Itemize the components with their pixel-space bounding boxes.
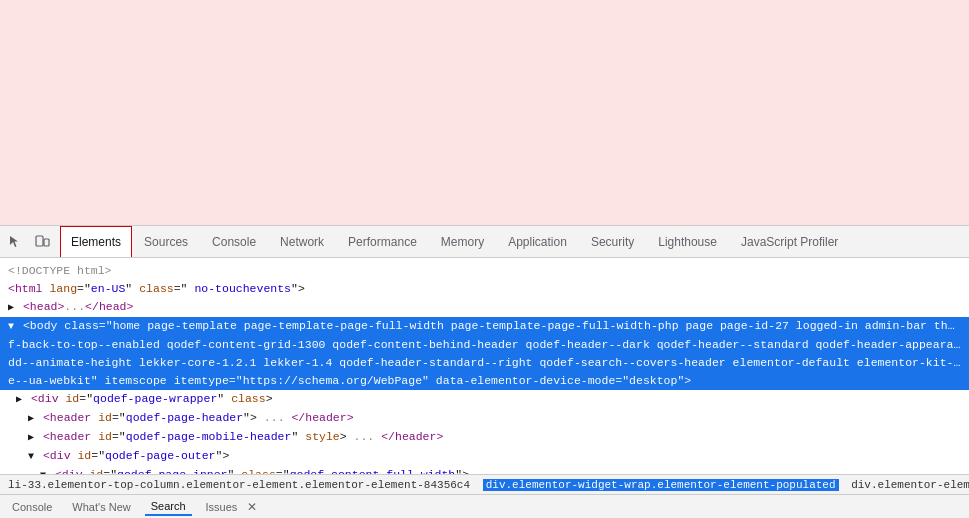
tab-lighthouse[interactable]: Lighthouse	[646, 226, 729, 257]
code-line-html: <html lang="en-US" class=" no-touchevent…	[0, 280, 969, 298]
breadcrumb-item-3[interactable]: div.elementor-element.elementor-ele	[851, 479, 969, 491]
devtools-breadcrumb: li-33.elementor-top-column.elementor-ele…	[0, 474, 969, 494]
devtools-code-content: <!DOCTYPE html> <html lang="en-US" class…	[0, 258, 969, 474]
code-line-body-cont1: f-back-to-top--enabled qodef-content-gri…	[0, 336, 969, 354]
code-line-header2[interactable]: ▶ <header id="qodef-page-mobile-header" …	[0, 428, 969, 447]
code-line-div-inner[interactable]: ▼ <div id="qodef-page-inner" class="qode…	[0, 466, 969, 474]
devtools-toolbar: Elements Sources Console Network Perform…	[0, 226, 969, 258]
triangle-outer: ▼	[28, 449, 34, 465]
triangle-body: ▼	[8, 319, 14, 335]
device-svg	[34, 234, 50, 250]
console-bar-tab-whatsnew[interactable]: What's New	[66, 499, 136, 515]
tab-security[interactable]: Security	[579, 226, 646, 257]
tab-memory[interactable]: Memory	[429, 226, 496, 257]
triangle-wrapper: ▶	[16, 392, 22, 408]
code-line-div-wrapper[interactable]: ▶ <div id="qodef-page-wrapper" class>	[0, 390, 969, 409]
tab-sources[interactable]: Sources	[132, 226, 200, 257]
tab-console[interactable]: Console	[200, 226, 268, 257]
tab-network[interactable]: Network	[268, 226, 336, 257]
code-line-body-cont3: e--ua-webkit" itemscope itemtype="https:…	[0, 372, 969, 390]
tab-performance[interactable]: Performance	[336, 226, 429, 257]
triangle-header2: ▶	[28, 430, 34, 446]
devtools-console-bar: Console What's New Search Issues ✕	[0, 494, 969, 518]
code-line-body[interactable]: ▼ <body class="home page-template page-t…	[0, 317, 969, 336]
browser-viewport	[0, 0, 969, 225]
code-line-head[interactable]: ▶ <head>...</head>	[0, 298, 969, 317]
svg-rect-0	[36, 236, 43, 246]
inspect-element-icon[interactable]	[4, 230, 28, 254]
devtools-tabs: Elements Sources Console Network Perform…	[60, 226, 850, 257]
tab-elements[interactable]: Elements	[60, 226, 132, 257]
tab-js-profiler[interactable]: JavaScript Profiler	[729, 226, 850, 257]
triangle-header1: ▶	[28, 411, 34, 427]
breadcrumb-item-1[interactable]: li-33.elementor-top-column.elementor-ele…	[8, 479, 470, 491]
tab-application[interactable]: Application	[496, 226, 579, 257]
code-line-doctype: <!DOCTYPE html>	[0, 262, 969, 280]
devtools-icon-group	[4, 230, 54, 254]
breadcrumb-item-2[interactable]: div.elementor-widget-wrap.elementor-elem…	[483, 479, 839, 491]
code-line-div-outer[interactable]: ▼ <div id="qodef-page-outer">	[0, 447, 969, 466]
triangle-head: ▶	[8, 300, 14, 316]
console-bar-tab-console[interactable]: Console	[6, 499, 58, 515]
svg-rect-1	[44, 239, 49, 246]
issues-tab-group: Issues ✕	[200, 499, 260, 515]
console-bar-tab-issues[interactable]: Issues	[200, 499, 244, 515]
issues-close-button[interactable]: ✕	[245, 500, 259, 514]
devtools-panel: Elements Sources Console Network Perform…	[0, 225, 969, 518]
console-bar-tab-search[interactable]: Search	[145, 498, 192, 516]
code-line-body-cont2: dd--animate-height lekker-core-1.2.1 lek…	[0, 354, 969, 372]
device-toolbar-icon[interactable]	[30, 230, 54, 254]
cursor-svg	[8, 234, 24, 250]
code-line-header1[interactable]: ▶ <header id="qodef-page-header"> ... </…	[0, 409, 969, 428]
